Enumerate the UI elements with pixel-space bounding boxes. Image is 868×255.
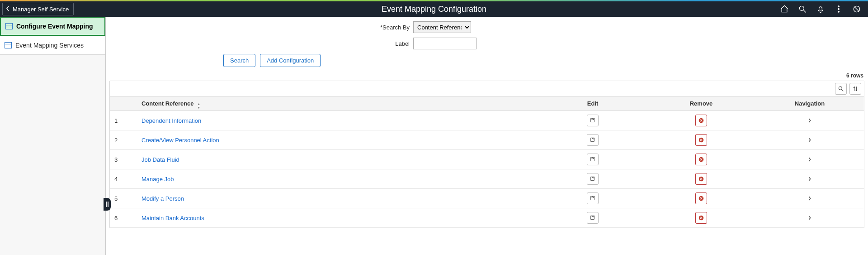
remove-button[interactable]	[695, 115, 707, 126]
label-label: Label	[106, 40, 413, 47]
table-row: 5Modify a Person	[110, 189, 864, 208]
row-number: 2	[110, 130, 137, 150]
search-by-label: *Search By	[106, 24, 413, 31]
remove-button[interactable]	[695, 134, 707, 146]
navigate-button[interactable]	[806, 136, 814, 144]
navigate-button[interactable]	[806, 116, 814, 125]
grid-find-button[interactable]	[835, 83, 847, 95]
svg-point-0	[799, 6, 804, 10]
home-icon[interactable]	[779, 4, 789, 14]
row-count: 6 rows	[106, 72, 868, 79]
more-icon[interactable]	[834, 4, 844, 14]
edit-button[interactable]	[587, 115, 599, 126]
edit-button[interactable]	[587, 154, 599, 165]
navigate-button[interactable]	[806, 194, 814, 202]
chevron-left-icon	[5, 5, 10, 13]
edit-button[interactable]	[587, 134, 599, 146]
sidebar: Configure Event Mapping Event Mapping Se…	[0, 17, 106, 255]
table-row: 2Create/View Personnel Action	[110, 130, 864, 150]
remove-button[interactable]	[695, 192, 707, 204]
content-reference-link[interactable]: Dependent Information	[142, 117, 201, 124]
col-header-rownum	[110, 96, 137, 111]
remove-button[interactable]	[695, 212, 707, 224]
search-by-select[interactable]: Content Reference	[413, 21, 471, 33]
table-row: 3Job Data Fluid	[110, 150, 864, 169]
content-reference-link[interactable]: Job Data Fluid	[142, 156, 179, 163]
row-number: 3	[110, 150, 137, 169]
row-number: 6	[110, 208, 137, 228]
header-bar: Manager Self Service Event Mapping Confi…	[0, 1, 868, 17]
drag-bars-icon	[106, 202, 108, 207]
svg-point-5	[839, 87, 842, 90]
page-title: Event Mapping Configuration	[382, 5, 486, 14]
svg-point-1	[838, 6, 840, 7]
sidebar-item-configure-event-mapping[interactable]: Configure Event Mapping	[0, 17, 105, 36]
label-input[interactable]	[413, 38, 476, 49]
sidebar-item-event-mapping-services[interactable]: Event Mapping Services	[0, 36, 105, 55]
table-row: 4Manage Job	[110, 169, 864, 189]
content-reference-link[interactable]: Modify a Person	[142, 195, 184, 202]
sidebar-item-label: Event Mapping Services	[15, 42, 84, 49]
edit-button[interactable]	[587, 173, 599, 185]
back-button[interactable]: Manager Self Service	[2, 3, 74, 15]
remove-button[interactable]	[695, 173, 707, 185]
grid-sort-button[interactable]	[849, 83, 861, 95]
unavailable-icon[interactable]	[852, 4, 862, 14]
search-icon[interactable]	[797, 4, 807, 14]
grid-header-row: Content Reference Edit Remove Navigation	[110, 96, 864, 111]
navigate-button[interactable]	[806, 155, 814, 164]
col-header-remove: Remove	[647, 96, 755, 111]
main-content: *Search By Content Reference Label Searc…	[106, 17, 868, 255]
navigate-button[interactable]	[806, 175, 814, 183]
col-header-content-reference[interactable]: Content Reference	[137, 96, 538, 111]
add-configuration-button[interactable]: Add Configuration	[260, 54, 321, 67]
svg-point-2	[838, 9, 840, 10]
remove-button[interactable]	[695, 154, 707, 165]
table-row: 1Dependent Information	[110, 111, 864, 130]
back-button-label: Manager Self Service	[13, 6, 69, 13]
sidebar-item-label: Configure Event Mapping	[16, 23, 93, 30]
content-reference-link[interactable]: Manage Job	[142, 176, 174, 183]
grid-toolbar	[110, 81, 864, 96]
page-icon	[5, 23, 13, 29]
row-number: 1	[110, 111, 137, 130]
table-row: 6Maintain Bank Accounts	[110, 208, 864, 228]
content-reference-link[interactable]: Create/View Personnel Action	[142, 137, 219, 144]
row-number: 4	[110, 169, 137, 189]
header-actions	[779, 4, 868, 14]
grid: Content Reference Edit Remove Navigation…	[109, 81, 864, 228]
notifications-icon[interactable]	[816, 4, 826, 14]
sidebar-collapse-handle[interactable]	[104, 198, 111, 211]
col-header-navigation: Navigation	[755, 96, 864, 111]
search-button[interactable]: Search	[223, 54, 255, 67]
col-header-edit: Edit	[538, 96, 647, 111]
edit-button[interactable]	[587, 192, 599, 204]
page-icon	[5, 42, 12, 48]
content-reference-link[interactable]: Maintain Bank Accounts	[142, 215, 204, 221]
svg-point-3	[838, 11, 840, 13]
edit-button[interactable]	[587, 212, 599, 224]
navigate-button[interactable]	[806, 214, 814, 222]
row-number: 5	[110, 189, 137, 208]
